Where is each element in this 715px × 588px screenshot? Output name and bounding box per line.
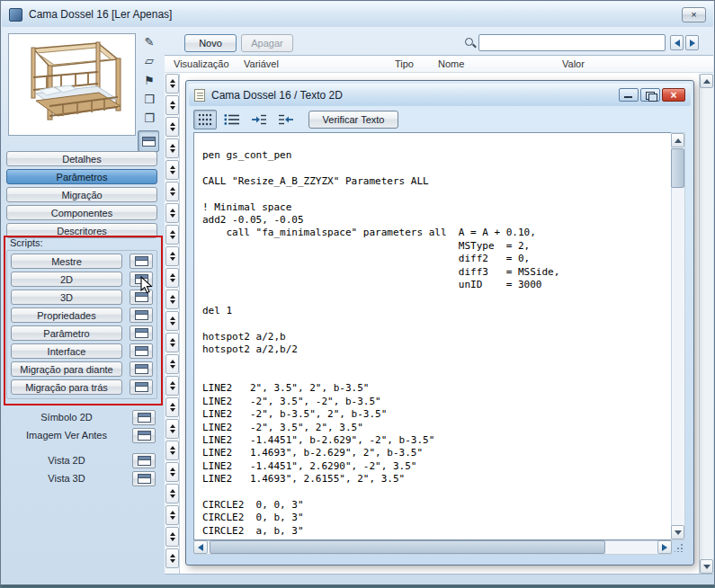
editor-horizontal-scrollbar[interactable]	[193, 540, 672, 555]
outdent-button[interactable]	[274, 110, 298, 129]
script-button-3d[interactable]: 3D	[11, 290, 122, 305]
close-icon: ×	[691, 9, 696, 20]
vertical-scroll-thumb[interactable]	[671, 148, 684, 188]
column-header-nome: Nome	[438, 56, 562, 72]
arrow-down-icon	[170, 516, 175, 520]
script-button-2d[interactable]: 2D	[11, 272, 122, 287]
maximize-button[interactable]	[640, 88, 660, 102]
pencil-tool-button[interactable]: ✎	[139, 33, 159, 50]
script-button-migracao-diante[interactable]: Migração para diante	[11, 361, 122, 377]
arrow-down-icon	[170, 236, 175, 239]
script-button-mestre[interactable]: Mestre	[11, 254, 122, 269]
find-previous-button[interactable]	[670, 35, 684, 50]
arrow-down-icon	[170, 279, 175, 282]
arrow-down-icon	[170, 171, 175, 174]
row-reorder-handle[interactable]	[165, 95, 179, 115]
open-migracao-diante-window-button[interactable]	[130, 361, 153, 377]
open-3d-window-button[interactable]	[130, 290, 153, 305]
row-reorder-handle[interactable]	[165, 225, 179, 245]
editor-titlebar[interactable]: Cama Dossel 16 / Texto 2D ×	[189, 84, 691, 106]
sidebar-item-migracao[interactable]: Migração	[6, 187, 157, 202]
row-reorder-handle[interactable]	[165, 182, 179, 201]
arrow-up-icon	[170, 273, 175, 277]
open-imagem-ver-antes-window-button[interactable]	[132, 428, 156, 443]
sidebar-item-descritores[interactable]: Descritores	[6, 223, 157, 238]
arrow-up-icon	[170, 122, 175, 126]
open-2d-window-button[interactable]	[130, 272, 153, 287]
open-propriedades-window-button[interactable]	[130, 307, 153, 323]
row-reorder-handle[interactable]	[165, 246, 179, 266]
scroll-down-button[interactable]	[671, 525, 684, 539]
row-reorder-handle[interactable]	[165, 117, 179, 137]
row-reorder-handle[interactable]	[165, 290, 179, 309]
open-interface-window-button[interactable]	[130, 343, 153, 359]
row-reorder-handle[interactable]	[165, 138, 179, 158]
main-titlebar[interactable]: Cama Dossel 16 [Ler Apenas] ×	[2, 2, 713, 27]
sidebar-item-parametros[interactable]: Parâmetros	[6, 169, 157, 184]
script-view-toggle-button[interactable]	[193, 110, 217, 129]
script-button-parametro[interactable]: Parâmetro	[11, 325, 122, 341]
row-reorder-handle[interactable]	[165, 527, 179, 547]
open-simbolo-2d-window-button[interactable]	[132, 410, 156, 425]
open-vista-2d-window-button[interactable]	[132, 453, 156, 468]
row-reorder-handle[interactable]	[165, 397, 179, 417]
horizontal-scroll-thumb[interactable]	[210, 540, 605, 554]
row-reorder-handle[interactable]	[165, 376, 179, 396]
search-input[interactable]	[478, 34, 666, 51]
row-reorder-handle[interactable]	[165, 354, 179, 374]
minimize-button[interactable]	[619, 88, 639, 102]
scroll-down-button[interactable]	[700, 559, 713, 574]
row-reorder-handle[interactable]	[165, 268, 179, 288]
open-migracao-tras-window-button[interactable]	[130, 379, 153, 395]
row-reorder-handle[interactable]	[165, 441, 179, 460]
script-button-interface[interactable]: Interface	[11, 343, 122, 359]
simbolo-2d-row: Símbolo 2D	[6, 409, 157, 425]
gdl-script-text: pen gs_cont_pen CALL "Resize_A_B_ZZYZX" …	[194, 133, 671, 538]
indent-button[interactable]	[247, 110, 271, 129]
plane-tool-button[interactable]: ▱	[139, 52, 159, 69]
list-vertical-scrollbar[interactable]	[699, 74, 713, 574]
script-button-propriedades[interactable]: Propriedades	[11, 307, 122, 323]
scroll-right-button[interactable]	[657, 540, 672, 554]
editor-vertical-scrollbar[interactable]	[671, 132, 685, 540]
preview-window-button[interactable]	[138, 130, 159, 152]
scroll-up-button[interactable]	[671, 133, 684, 147]
parameters-toolbar: Novo Apagar	[165, 30, 711, 55]
row-reorder-handle[interactable]	[165, 484, 179, 503]
row-reorder-handle[interactable]	[165, 311, 179, 331]
wire-view-button[interactable]: ❐	[139, 110, 159, 127]
verify-text-button[interactable]: Verificar Texto	[308, 111, 398, 129]
scroll-left-button[interactable]	[193, 540, 208, 554]
editor-window: Cama Dossel 16 / Texto 2D ×	[185, 80, 694, 566]
resize-grip[interactable]	[671, 540, 685, 555]
row-reorder-handle[interactable]	[165, 462, 179, 482]
line-list-button[interactable]	[220, 110, 244, 129]
delete-button[interactable]: Apagar	[241, 34, 293, 52]
window-icon	[138, 413, 151, 423]
row-reorder-handle[interactable]	[165, 419, 179, 439]
new-button[interactable]: Novo	[184, 34, 237, 52]
sidebar-item-detalhes[interactable]: Detalhes	[6, 151, 157, 166]
close-button[interactable]: ×	[682, 7, 706, 22]
editor-close-button[interactable]: ×	[662, 88, 685, 102]
sidebar-item-componentes[interactable]: Componentes	[6, 205, 157, 220]
find-next-button[interactable]	[685, 35, 699, 50]
arrow-down-icon	[170, 387, 175, 390]
scroll-up-button[interactable]	[700, 74, 713, 88]
solid-view-button[interactable]: ❒	[139, 91, 159, 108]
open-parametro-window-button[interactable]	[130, 325, 153, 341]
arrow-up-icon	[703, 79, 711, 84]
row-reorder-handle[interactable]	[165, 333, 179, 352]
row-reorder-handle[interactable]	[165, 548, 179, 568]
row-reorder-handle[interactable]	[165, 160, 179, 180]
simbolo-2d-label: Símbolo 2D	[6, 412, 127, 423]
flag-tool-button[interactable]: ⚑	[139, 72, 159, 89]
row-reorder-handle[interactable]	[165, 203, 179, 223]
open-vista-3d-window-button[interactable]	[132, 471, 156, 486]
arrow-up-icon	[170, 532, 175, 536]
code-editor[interactable]: pen gs_cont_pen CALL "Resize_A_B_ZZYZX" …	[193, 132, 672, 540]
open-mestre-window-button[interactable]	[130, 254, 153, 269]
row-reorder-handle[interactable]	[165, 505, 179, 525]
script-button-migracao-tras[interactable]: Migração para trás	[11, 379, 122, 395]
row-reorder-handle[interactable]	[165, 74, 179, 94]
